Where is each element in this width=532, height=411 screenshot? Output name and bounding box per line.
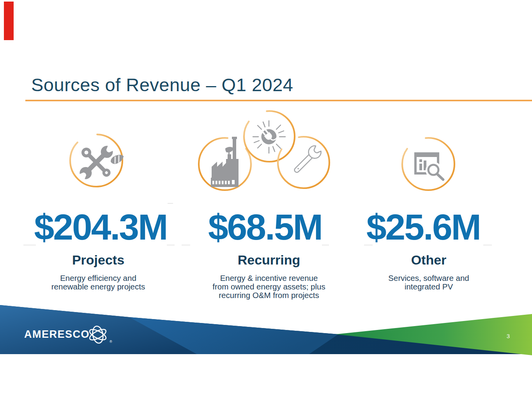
revenue-description-line: Services, software and <box>351 274 507 282</box>
factory-icon <box>211 137 239 187</box>
sun-plug-icon <box>253 121 285 153</box>
wrench-icon <box>291 144 323 176</box>
registered-trademark-symbol: ® <box>110 340 112 344</box>
revenue-amount: $25.6M <box>345 206 501 248</box>
revenue-description-line: from owned energy assets; plus <box>191 282 347 291</box>
revenue-description-line: recurring O&M from projects <box>191 291 347 300</box>
revenue-description-line: Energy efficiency and <box>20 274 176 282</box>
chart-magnifier-icon <box>414 152 444 180</box>
revenue-label: Recurring <box>191 252 347 268</box>
revenue-label: Other <box>351 252 507 268</box>
icon-circle-arcs <box>70 111 454 190</box>
slide-artwork <box>0 0 532 411</box>
textbox-artifact-tick <box>168 203 173 204</box>
ameresco-logo: AMERESCO <box>24 328 90 340</box>
revenue-description: Services, software and integrated PV <box>351 274 507 291</box>
revenue-description-line: renewable energy projects <box>20 282 176 291</box>
revenue-description: Energy efficiency and renewable energy p… <box>20 274 176 291</box>
revenue-label: Projects <box>20 252 176 268</box>
revenue-description-line: Energy & incentive revenue <box>191 274 347 282</box>
revenue-amount: $68.5M <box>187 206 343 248</box>
page-number: 3 <box>504 333 513 339</box>
revenue-description-line: integrated PV <box>351 282 507 291</box>
revenue-description: Energy & incentive revenue from owned en… <box>191 274 347 299</box>
revenue-amount: $204.3M <box>23 206 179 248</box>
